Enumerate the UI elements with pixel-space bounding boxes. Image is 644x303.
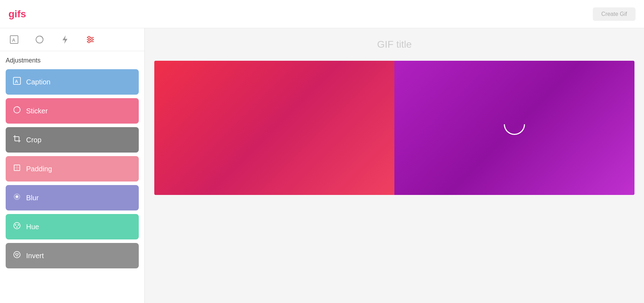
- caption-button-icon: A: [13, 77, 21, 87]
- app-logo: gifs: [8, 8, 26, 20]
- gif-preview: [154, 61, 634, 195]
- crop-button[interactable]: Crop: [6, 127, 139, 153]
- caption-button[interactable]: A Caption: [6, 69, 139, 95]
- header: gifs Create Gif: [0, 0, 644, 28]
- padding-button[interactable]: Padding: [6, 156, 139, 182]
- gif-title: GIF title: [377, 39, 412, 50]
- adjustments-tool-icon[interactable]: [85, 34, 96, 45]
- sticker-button-icon: [13, 106, 21, 116]
- adjustments-panel: Adjustments A Caption: [0, 51, 144, 303]
- svg-point-7: [88, 36, 90, 38]
- caption-button-label: Caption: [26, 78, 50, 86]
- svg-point-23: [14, 222, 20, 229]
- blur-button-label: Blur: [26, 194, 39, 202]
- blur-button[interactable]: Blur: [6, 185, 139, 210]
- content-area: GIF title: [145, 28, 644, 303]
- toolbar: A: [0, 28, 144, 51]
- svg-point-25: [18, 224, 19, 226]
- invert-button[interactable]: Invert: [6, 243, 139, 268]
- hue-button-icon: [13, 221, 21, 232]
- sticker-button[interactable]: Sticker: [6, 98, 139, 124]
- svg-text:A: A: [15, 79, 18, 84]
- main-layout: A: [0, 28, 644, 303]
- animation-tool-icon[interactable]: [59, 34, 71, 45]
- invert-button-icon: [13, 250, 21, 261]
- blur-button-icon: [13, 192, 21, 203]
- svg-marker-3: [62, 35, 67, 44]
- padding-button-icon: [13, 164, 21, 174]
- sticker-tool-icon[interactable]: [34, 34, 45, 45]
- gif-left-panel: [154, 61, 394, 195]
- create-gif-button[interactable]: Create Gif: [593, 7, 636, 21]
- adjustments-title: Adjustments: [6, 57, 139, 64]
- invert-button-label: Invert: [26, 252, 44, 260]
- smile-arc: [504, 124, 525, 135]
- hue-button-label: Hue: [26, 223, 39, 231]
- caption-tool-icon[interactable]: A: [8, 34, 20, 45]
- svg-text:A: A: [12, 37, 16, 43]
- svg-point-24: [15, 224, 16, 226]
- padding-button-label: Padding: [26, 165, 52, 173]
- gif-right-panel: [394, 61, 634, 195]
- hue-button[interactable]: Hue: [6, 214, 139, 239]
- sticker-button-label: Sticker: [26, 107, 48, 115]
- svg-point-27: [14, 251, 20, 258]
- svg-point-9: [88, 41, 90, 43]
- crop-button-label: Crop: [26, 136, 41, 144]
- svg-point-26: [16, 226, 18, 228]
- crop-button-icon: [13, 135, 21, 145]
- sidebar: A: [0, 28, 145, 303]
- svg-point-22: [16, 196, 18, 198]
- svg-point-8: [91, 38, 93, 41]
